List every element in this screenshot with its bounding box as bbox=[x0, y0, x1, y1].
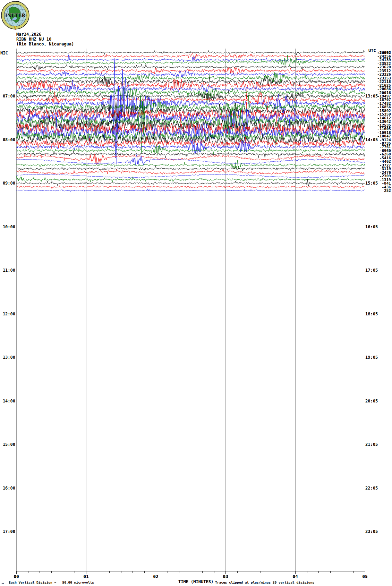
right-hour-13:05: 13:05 bbox=[365, 94, 378, 98]
trace-offset-overlay: -24692 bbox=[376, 51, 391, 54]
x-minor-tick bbox=[144, 571, 145, 573]
x-minor-tick bbox=[261, 571, 261, 573]
left-hour-11:00: 11:00 bbox=[0, 268, 15, 272]
clip-note: Traces clipped at plus/minus 20 vertical… bbox=[215, 580, 314, 584]
right-hour-14:05: 14:05 bbox=[365, 138, 378, 142]
x-minor-tick bbox=[284, 571, 284, 573]
x-minor-tick bbox=[109, 571, 110, 573]
x-tick-label: 04 bbox=[292, 574, 298, 579]
left-hour-07:00: 07:00 bbox=[0, 94, 15, 98]
left-hour-12:00: 12:00 bbox=[0, 312, 15, 316]
right-hour-18:05: 18:05 bbox=[365, 312, 378, 316]
x-minor-tick bbox=[330, 571, 331, 573]
right-hour-21:05: 21:05 bbox=[365, 442, 378, 447]
corner-glyph: .m bbox=[1, 582, 4, 585]
left-hour-15:00: 15:00 bbox=[0, 442, 15, 447]
x-minor-tick bbox=[75, 571, 75, 573]
right-hour-23:05: 23:05 bbox=[365, 529, 378, 534]
x-minor-tick bbox=[63, 571, 63, 573]
x-minor-tick bbox=[237, 571, 238, 573]
x-minor-tick bbox=[40, 571, 40, 573]
x-tick-label: 02 bbox=[153, 574, 159, 579]
left-hour-16:00: 16:00 bbox=[0, 486, 15, 490]
right-hour-15:05: 15:05 bbox=[365, 181, 378, 185]
x-tick-label: 00 bbox=[14, 574, 19, 579]
seismic-traces-canvas bbox=[16, 33, 365, 199]
trace-offset-value: 252 bbox=[376, 189, 391, 193]
x-minor-tick bbox=[28, 571, 28, 573]
x-minor-tick bbox=[51, 571, 52, 573]
right-hour-17:05: 17:05 bbox=[365, 268, 378, 272]
x-minor-tick bbox=[318, 571, 319, 573]
left-hour-17:00: 17:00 bbox=[0, 529, 15, 534]
x-minor-tick bbox=[353, 571, 354, 573]
x-minor-tick bbox=[168, 571, 168, 573]
right-hour-22:05: 22:05 bbox=[365, 486, 378, 490]
right-hour-20:05: 20:05 bbox=[365, 399, 378, 403]
right-hour-16:05: 16:05 bbox=[365, 225, 378, 229]
right-hour-19:05: 19:05 bbox=[365, 355, 378, 359]
x-minor-tick bbox=[249, 571, 249, 573]
left-hour-09:00: 09:00 bbox=[0, 181, 15, 185]
left-hour-13:00: 13:00 bbox=[0, 355, 15, 359]
x-minor-tick bbox=[179, 571, 179, 573]
x-minor-tick bbox=[307, 571, 307, 573]
x-minor-tick bbox=[342, 571, 342, 573]
scale-note: Each Vertical Division = 50.00 microvolt… bbox=[9, 580, 94, 584]
left-hour-10:00: 10:00 bbox=[0, 225, 15, 229]
x-tick-label: 01 bbox=[83, 574, 89, 579]
x-axis-title: TIME (MINUTES) bbox=[178, 579, 213, 584]
left-hour-08:00: 08:00 bbox=[0, 138, 15, 142]
x-minor-tick bbox=[191, 571, 191, 573]
x-tick-label: 03 bbox=[223, 574, 228, 579]
helicorder-screenshot: { "logo": { "text": "INETER" }, "header"… bbox=[0, 0, 392, 586]
x-minor-tick bbox=[214, 571, 214, 573]
x-tick-label: 05 bbox=[362, 574, 368, 579]
x-minor-tick bbox=[98, 571, 98, 573]
x-minor-tick bbox=[272, 571, 272, 573]
x-minor-tick bbox=[202, 571, 203, 573]
x-minor-tick bbox=[133, 571, 133, 573]
left-hour-14:00: 14:00 bbox=[0, 399, 15, 403]
x-minor-tick bbox=[121, 571, 121, 573]
